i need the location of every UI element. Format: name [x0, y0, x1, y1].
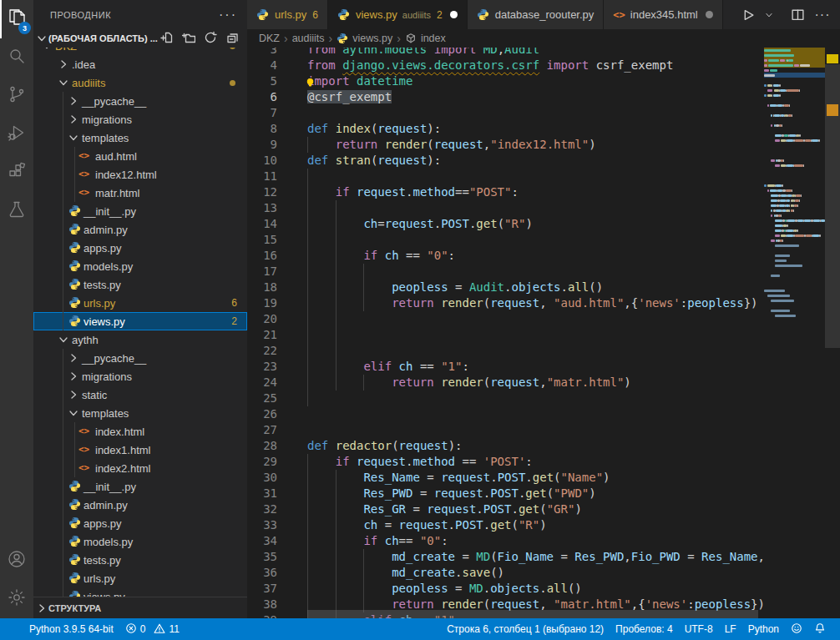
tree-item-dkz[interactable]: DKZ [33, 48, 247, 55]
code-line-36[interactable]: 36 md_create.save() [247, 565, 764, 581]
horizontal-scrollbar[interactable] [307, 610, 758, 618]
code-line-35[interactable]: 35 md_create = MD(Fio_Name = Res_PWD,Fio… [247, 549, 764, 565]
modified-dot-icon[interactable] [706, 11, 713, 18]
code-line-26[interactable]: 26 [247, 406, 764, 422]
code-line-32[interactable]: 32 Res_GR = request.POST.get("GR") [247, 501, 764, 517]
tree-item-tests-py[interactable]: tests.py [33, 551, 247, 569]
run-dropdown-button[interactable] [762, 4, 783, 26]
code-line-23[interactable]: 23 elif ch == "1": [247, 359, 764, 375]
breadcrumb-item-audiiits[interactable]: audiiits [292, 33, 325, 44]
lightbulb-icon[interactable] [305, 76, 316, 87]
tree-item--pycache-[interactable]: __pycache__ [33, 92, 247, 110]
tree-item-admin-py[interactable]: admin.py [33, 220, 247, 239]
tree-item-migrations[interactable]: migrations [33, 367, 247, 386]
code-line-29[interactable]: 29 if request.method == 'POST': [247, 454, 764, 470]
code-line-17[interactable]: 17 [247, 264, 764, 280]
statusbar-item-eol[interactable]: LF [719, 618, 742, 640]
code-line-34[interactable]: 34 if ch== "0": [247, 533, 764, 549]
run-button[interactable] [736, 4, 758, 26]
tree-item-views-py[interactable]: views.py [33, 587, 247, 597]
tree-item--init-py[interactable]: __init__.py [33, 477, 247, 496]
code-line-8[interactable]: 8def index(request): [247, 121, 764, 137]
code-line-4[interactable]: 4from django.views.decorators.csrf impor… [247, 58, 764, 73]
code-line-11[interactable]: 11 [247, 169, 764, 184]
code-line-5[interactable]: 5import datetime [247, 73, 764, 89]
activity-item-source-control[interactable] [0, 77, 33, 115]
more-actions-button[interactable]: ··· [812, 4, 833, 26]
code-line-30[interactable]: 30 Res_Name = request.POST.get("Name") [247, 470, 764, 486]
tree-item-index12-html[interactable]: <>index12.html [33, 165, 247, 184]
collapse-all-icon[interactable] [225, 31, 240, 46]
minimap[interactable] [764, 48, 825, 618]
tree-item-templates[interactable]: templates [33, 404, 247, 422]
sidebar-more-icon[interactable]: ··· [219, 8, 237, 23]
outline-section-header[interactable]: СТРУКТУРА [33, 597, 247, 618]
tree-item-static[interactable]: static [33, 386, 247, 404]
workspace-section-header[interactable]: (РАБОЧАЯ ОБЛАСТЬ) ... [33, 29, 247, 48]
code-line-13[interactable]: 13 [247, 200, 764, 216]
breadcrumb-item-dkz[interactable]: DKZ [259, 33, 280, 44]
code-line-22[interactable]: 22 [247, 343, 764, 359]
tab-urls-py[interactable]: urls.py6 [247, 0, 328, 29]
code-line-15[interactable]: 15 [247, 232, 764, 248]
code-line-21[interactable]: 21 [247, 327, 764, 343]
code-line-33[interactable]: 33 ch = request.POST.get("R") [247, 517, 764, 533]
code-line-19[interactable]: 19 return render(request, "aud.html",{'n… [247, 295, 764, 311]
code-line-9[interactable]: 9 return render(request,"index12.html") [247, 137, 764, 153]
tree-item-aythh[interactable]: aythh [33, 330, 247, 349]
tree-item-audiiits[interactable]: audiiits [33, 73, 247, 92]
tree-item-index2-html[interactable]: <>index2.html [33, 459, 247, 477]
statusbar-item-indentation[interactable]: Пробелов: 4 [610, 618, 679, 640]
tree-item-templates[interactable]: templates [33, 129, 247, 147]
code-line-20[interactable]: 20 [247, 311, 764, 327]
tab-database-roouter-py[interactable]: database_roouter.py [468, 0, 605, 29]
tree-item--pycache-[interactable]: __pycache__ [33, 349, 247, 367]
breadcrumb-item-views-py[interactable]: views.py [337, 33, 392, 45]
statusbar-item-problems[interactable]: 011 [119, 618, 185, 640]
tree-item--idea[interactable]: .idea [33, 55, 247, 73]
modified-dot-icon[interactable] [450, 11, 458, 18]
tree-item-apps-py[interactable]: apps.py [33, 514, 247, 532]
code-line-6[interactable]: 6@csrf_exempt [247, 89, 764, 105]
activity-item-explorer[interactable]: 3 [0, 0, 33, 38]
breadcrumb-item-index[interactable]: index [405, 33, 446, 45]
tree-item-admin-py[interactable]: admin.py [33, 496, 247, 514]
split-editor-button[interactable] [787, 4, 808, 26]
code-editor[interactable]: 3from aythh.models import MD,Audit4from … [247, 48, 840, 618]
code-line-16[interactable]: 16 if ch == "0": [247, 248, 764, 264]
activity-item-settings[interactable] [0, 580, 33, 618]
statusbar-item-python-interpreter[interactable]: Python 3.9.5 64-bit [23, 618, 119, 640]
tree-item-apps-py[interactable]: apps.py [33, 239, 247, 257]
code-line-31[interactable]: 31 Res_PWD = request.POST.get("PWD") [247, 486, 764, 501]
code-line-24[interactable]: 24 return render(request,"matr.html") [247, 375, 764, 391]
code-line-28[interactable]: 28def redactor(request): [247, 438, 764, 454]
tree-item-tests-py[interactable]: tests.py [33, 275, 247, 294]
tab-views-py[interactable]: views.pyaudiiits2 [328, 0, 468, 29]
code-line-18[interactable]: 18 peopless = Audit.objects.all() [247, 280, 764, 295]
new-folder-icon[interactable] [182, 31, 197, 46]
tree-item-models-py[interactable]: models.py [33, 532, 247, 551]
tree-item--init-py[interactable]: __init__.py [33, 202, 247, 220]
tree-item-models-py[interactable]: models.py [33, 257, 247, 275]
tab-index345-html[interactable]: <>index345.html [604, 0, 722, 29]
code-line-10[interactable]: 10def stran(request): [247, 153, 764, 169]
code-line-37[interactable]: 37 peopless = MD.objects.all() [247, 581, 764, 597]
tree-item-index1-html[interactable]: <>index1.html [33, 441, 247, 459]
tree-item-urls-py[interactable]: urls.py [33, 569, 247, 587]
overview-ruler[interactable] [825, 48, 840, 618]
activity-item-extensions[interactable] [0, 154, 33, 192]
tree-item-matr-html[interactable]: <>matr.html [33, 184, 247, 202]
activity-item-account[interactable] [0, 542, 33, 580]
code-line-12[interactable]: 12 if request.method=="POST": [247, 184, 764, 200]
tree-item-aud-html[interactable]: <>aud.html [33, 147, 247, 165]
statusbar-item-cursor-position[interactable]: Строка 6, столбец 1 (выбрано 12) [441, 618, 610, 640]
tree-item-migrations[interactable]: migrations [33, 110, 247, 129]
statusbar-item-feedback[interactable] [785, 618, 808, 640]
refresh-icon[interactable] [204, 31, 219, 46]
tree-item-index-html[interactable]: <>index.html [33, 422, 247, 441]
activity-item-run-debug[interactable] [0, 115, 33, 154]
statusbar-item-notifications[interactable] [808, 618, 832, 640]
activity-item-testing[interactable] [0, 192, 33, 230]
tree-item-urls-py[interactable]: urls.py6 [33, 294, 247, 312]
code-line-14[interactable]: 14 ch=request.POST.get("R") [247, 216, 764, 232]
